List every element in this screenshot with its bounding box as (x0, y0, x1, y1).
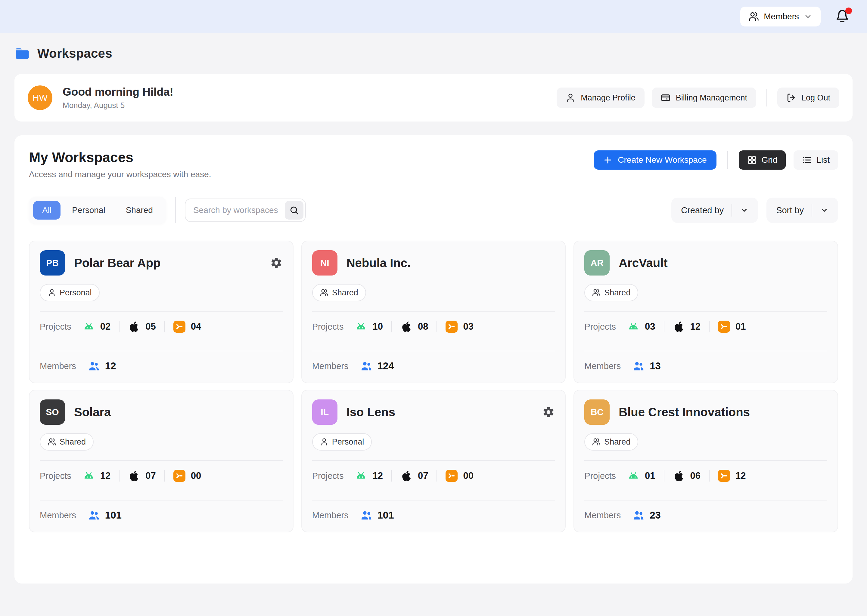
android-icon (355, 321, 367, 333)
create-new-workspace-button[interactable]: Create New Workspace (594, 150, 716, 170)
created-by-dropdown[interactable]: Created by (672, 198, 758, 223)
search-button[interactable] (285, 201, 303, 220)
workspace-settings-button[interactable] (270, 256, 283, 269)
greeting-date: Monday, August 5 (63, 101, 173, 110)
badge-label: Shared (604, 288, 631, 297)
greeting-title: Good morning Hilda! (63, 86, 173, 98)
projects-label: Projects (40, 322, 71, 332)
filter-right: Created by Sort by (672, 198, 838, 223)
members-menu-button[interactable]: Members (740, 6, 821, 27)
grid-view-button[interactable]: Grid (739, 150, 786, 170)
apple-projects-stat: 05 (128, 321, 156, 333)
workspace-card[interactable]: AR ArcVault Shared Projects 03 (574, 240, 838, 383)
notifications-button[interactable] (834, 9, 850, 24)
chevron-down-icon (804, 13, 812, 21)
members-icon (360, 509, 373, 522)
person-icon (320, 438, 328, 446)
workspace-avatar: AR (584, 250, 610, 275)
billing-management-button[interactable]: Billing Management (652, 88, 756, 108)
panel-subtitle: Access and manage your workspaces with e… (29, 170, 211, 179)
search-input[interactable] (193, 206, 285, 215)
terminal-icon (173, 321, 186, 333)
workspace-card[interactable]: NI Nebula Inc. Shared Projects 10 (301, 240, 566, 383)
logout-button[interactable]: Log Out (777, 88, 839, 108)
terminal-projects-stat: 00 (173, 470, 201, 482)
members-row: Members 101 (40, 501, 283, 522)
stat-divider (119, 321, 120, 332)
card-header: SO Solara (40, 399, 283, 425)
members-count: 13 (649, 360, 661, 372)
terminal-projects-stat: 04 (173, 321, 201, 333)
content: Workspaces HW Good morning Hilda! Monday… (0, 46, 867, 583)
android-projects-stat: 02 (83, 321, 110, 333)
projects-label: Projects (584, 471, 616, 481)
card-header: IL Iso Lens (312, 399, 555, 425)
terminal-icon (173, 470, 186, 482)
terminal-projects-stat: 00 (446, 470, 473, 482)
workspace-card[interactable]: PB Polar Bear App Personal Projects (29, 240, 293, 383)
workspace-grid: PB Polar Bear App Personal Projects (29, 240, 838, 533)
stat-divider (664, 470, 664, 482)
apple-icon (673, 470, 685, 482)
projects-label: Projects (312, 471, 344, 481)
terminal-icon (446, 321, 457, 333)
tab-all[interactable]: All (33, 201, 60, 220)
workspace-card[interactable]: BC Blue Crest Innovations Shared Project… (574, 390, 838, 533)
stat-divider (709, 321, 709, 332)
greeting-card: HW Good morning Hilda! Monday, August 5 … (14, 74, 853, 121)
workspace-avatar: SO (40, 399, 65, 425)
sort-by-dropdown[interactable]: Sort by (766, 198, 838, 223)
apple-icon (128, 470, 140, 482)
apple-projects-stat: 12 (673, 321, 700, 333)
apple-icon (128, 321, 140, 333)
android-projects-stat: 10 (355, 321, 383, 333)
topbar: Members (0, 0, 867, 33)
panel-actions: Create New Workspace Grid List (594, 150, 838, 170)
members-label: Members (584, 361, 621, 371)
workspace-card[interactable]: SO Solara Shared Projects 12 (29, 390, 293, 533)
greeting-text: Good morning Hilda! Monday, August 5 (63, 86, 173, 110)
apple-projects-stat: 07 (128, 470, 156, 482)
page: Members Workspaces HW Good morning Hilda… (0, 0, 867, 616)
manage-profile-button[interactable]: Manage Profile (556, 88, 645, 108)
badge-label: Shared (604, 437, 631, 447)
list-icon (802, 155, 812, 165)
badge-label: Personal (60, 288, 92, 297)
projects-label: Projects (40, 471, 71, 481)
card-header: BC Blue Crest Innovations (584, 399, 827, 425)
terminal-projects-stat: 03 (446, 321, 473, 333)
list-view-button[interactable]: List (793, 150, 838, 170)
apple-projects-stat: 07 (400, 470, 428, 482)
folder-icon (14, 46, 30, 61)
members-icon (632, 360, 645, 372)
members-count: 12 (105, 360, 116, 372)
members-label: Members (312, 361, 348, 371)
stat-divider (119, 470, 120, 482)
members-label: Members (764, 12, 799, 21)
stat-divider (164, 321, 165, 332)
notification-dot (845, 8, 852, 14)
android-projects-stat: 03 (627, 321, 655, 333)
workspace-settings-button[interactable] (542, 406, 555, 418)
workspace-badge: Personal (312, 433, 372, 451)
workspace-card[interactable]: IL Iso Lens Personal Projects 12 (301, 390, 566, 533)
projects-row: Projects 10 08 0 (312, 312, 555, 341)
card-header: AR ArcVault (584, 250, 827, 275)
workspace-badge: Personal (40, 284, 100, 302)
android-projects-stat: 12 (355, 470, 383, 482)
workspace-badge: Shared (312, 284, 366, 302)
android-projects-stat: 12 (83, 470, 110, 482)
tab-shared[interactable]: Shared (117, 201, 162, 220)
badge-label: Shared (332, 288, 358, 297)
badge-label: Shared (60, 437, 86, 447)
members-icon (88, 509, 100, 522)
projects-row: Projects 01 06 1 (584, 461, 827, 490)
projects-row: Projects 03 12 0 (584, 312, 827, 341)
stat-divider (437, 321, 437, 332)
gear-icon (542, 406, 555, 418)
projects-row: Projects 02 05 0 (40, 312, 283, 341)
android-icon (355, 470, 367, 482)
workspace-badge: Shared (584, 433, 638, 451)
tab-personal[interactable]: Personal (63, 201, 114, 220)
logout-icon (786, 93, 796, 102)
